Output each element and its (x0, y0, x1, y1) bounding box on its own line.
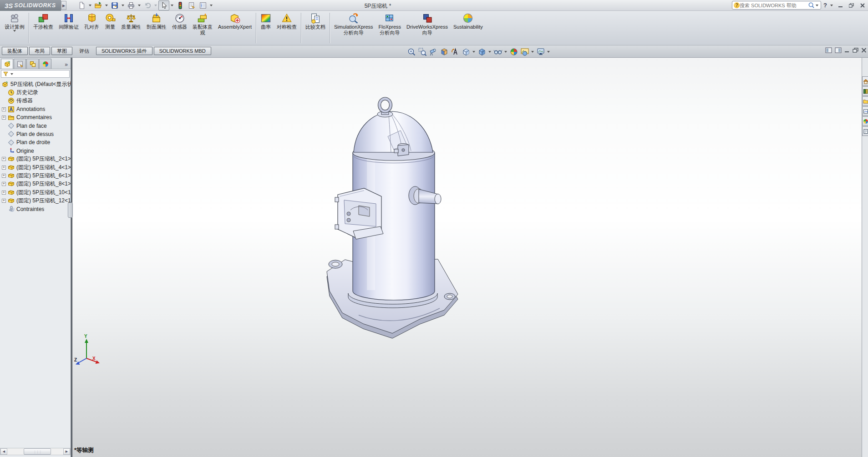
search-box[interactable]: ? (732, 1, 821, 10)
panel-splitter-grip[interactable] (68, 202, 73, 218)
tab-evaluate[interactable]: 评估 (74, 47, 95, 55)
help-button[interactable]: ? (823, 2, 827, 9)
view-settings-dropdown-icon[interactable] (547, 51, 550, 53)
scrollbar-thumb[interactable] (24, 448, 51, 455)
tree-item-component[interactable]: (固定) 5P压缩机_12<1> (D (0, 196, 71, 205)
graphics-viewport[interactable]: Y X Z *等轴测 (72, 58, 862, 457)
ribbon-interference-detection[interactable]: 干涉检查 (30, 12, 56, 30)
hide-show-items-button[interactable] (492, 47, 503, 57)
expand-icon[interactable] (2, 107, 6, 111)
close-document-icon[interactable] (861, 48, 867, 53)
expand-icon[interactable] (2, 199, 6, 203)
view-orientation-dropdown-icon[interactable] (472, 51, 475, 53)
ribbon-section-properties[interactable]: 剖面属性 (144, 12, 169, 30)
display-style-dropdown-icon[interactable] (488, 51, 491, 53)
search-icon[interactable] (808, 2, 815, 9)
close-button[interactable] (858, 1, 867, 9)
scroll-right-arrow-icon[interactable]: ▶ (63, 448, 70, 455)
expand-icon[interactable] (2, 182, 6, 186)
expand-icon[interactable] (2, 116, 6, 120)
zoom-to-fit-button[interactable] (406, 47, 416, 57)
tree-item-history[interactable]: 历史记录 (0, 88, 71, 96)
tab-assembly[interactable]: 装配体 (2, 47, 28, 55)
scrollbar-track[interactable] (7, 448, 63, 455)
ribbon-measure[interactable]: 测量 (102, 12, 118, 30)
design-library-button[interactable] (862, 86, 868, 96)
expand-icon[interactable] (2, 191, 6, 195)
tree-item-sensors[interactable]: 传感器 (0, 97, 71, 105)
solidworks-resources-button[interactable] (862, 76, 868, 86)
tree-item-annotations[interactable]: Annotations (0, 105, 71, 113)
search-dropdown-icon[interactable] (816, 5, 818, 6)
collapse-pane-right-icon[interactable] (835, 47, 842, 53)
dynamic-annotation-views-button[interactable] (450, 47, 460, 57)
ribbon-mass-properties[interactable]: 质量属性 (118, 12, 144, 30)
ribbon-sensors[interactable]: 传感器 (169, 12, 190, 30)
tree-item-plane-right[interactable]: Plan de droite (0, 138, 71, 146)
featuremanager-tab[interactable] (1, 59, 13, 69)
minimize-document-icon[interactable] (844, 48, 850, 53)
display-style-button[interactable] (477, 47, 487, 57)
tree-item-mates[interactable]: Contraintes (0, 205, 71, 213)
previous-view-button[interactable] (428, 47, 438, 57)
tree-item-comments[interactable]: Commentaires (0, 113, 71, 121)
tree-item-component[interactable]: (固定) 5P压缩机_6<1> (Dé (0, 171, 71, 180)
appearances-scenes-button[interactable] (862, 116, 868, 126)
propertymanager-tab[interactable] (14, 59, 26, 69)
scroll-left-arrow-icon[interactable]: ◀ (0, 448, 7, 455)
ribbon-clearance-verification[interactable]: 间隙验证 (56, 12, 81, 30)
expand-icon[interactable] (2, 157, 6, 161)
restore-document-icon[interactable] (853, 48, 858, 53)
tree-filter[interactable] (1, 70, 70, 78)
ribbon-design-study[interactable]: 设计算例 (2, 12, 27, 32)
tree-item-root[interactable]: 5P压缩机 (Défaut<显示状态- (0, 80, 71, 88)
collapse-pane-left-icon[interactable] (825, 47, 832, 53)
search-input[interactable] (740, 3, 808, 8)
tree-item-component[interactable]: (固定) 5P压缩机_2<1> (Dé (0, 155, 71, 163)
ribbon-floxpress[interactable]: FloXpress 分析向导 (376, 12, 404, 36)
panel-overflow-chevron[interactable]: » (65, 61, 70, 69)
ribbon-simulationxpress[interactable]: SimulationXpress 分析向导 (331, 12, 376, 36)
ribbon-curvature[interactable]: 曲率 (258, 12, 274, 30)
folder-icon (8, 114, 15, 121)
view-settings-button[interactable] (535, 47, 546, 57)
tree-item-plane-top[interactable]: Plan de dessus (0, 130, 71, 138)
apply-scene-button[interactable] (519, 47, 530, 57)
ribbon-assemblyxpert[interactable]: AssemblyXpert (215, 12, 254, 30)
compressor-model[interactable] (319, 95, 492, 350)
ribbon-symmetry-check[interactable]: 对称检查 (274, 12, 299, 30)
view-orientation-button[interactable] (461, 47, 471, 57)
expand-icon[interactable] (2, 174, 6, 178)
ribbon-sustainability[interactable]: Sustainability (451, 12, 486, 30)
tree-item-origin[interactable]: Origine (0, 146, 71, 155)
tab-solidworks-mbd[interactable]: SOLIDWORKS MBD (154, 47, 211, 55)
minimize-button[interactable] (836, 1, 845, 9)
tab-solidworks-addins[interactable]: SOLIDWORKS 插件 (96, 47, 152, 55)
ribbon-hole-alignment[interactable]: 孔对齐 (81, 12, 102, 30)
tree-item-component[interactable]: (固定) 5P压缩机_4<1> (Dé (0, 163, 71, 171)
custom-properties-button[interactable] (862, 126, 868, 136)
apply-scene-dropdown-icon[interactable] (531, 51, 534, 53)
ribbon-assembly-visualization[interactable]: 装配体直观 (190, 12, 215, 36)
tree-item-component[interactable]: (固定) 5P压缩机_8<1> (Dé (0, 180, 71, 188)
file-explorer-button[interactable] (862, 96, 868, 106)
tab-layout[interactable]: 布局 (29, 47, 50, 55)
configurationmanager-tab[interactable] (26, 59, 39, 69)
tree-item-plane-front[interactable]: Plan de face (0, 121, 71, 130)
view-palette-button[interactable] (862, 106, 868, 116)
restore-button[interactable] (847, 1, 856, 9)
hide-show-items-dropdown-icon[interactable] (504, 51, 507, 53)
zoom-to-area-button[interactable] (417, 47, 427, 57)
ribbon-compare-documents[interactable]: 比较文档 (303, 12, 328, 30)
edit-appearance-button[interactable] (508, 47, 519, 57)
tree-horizontal-scrollbar[interactable]: ◀ ▶ (0, 448, 71, 455)
ribbon-driveworksxpress[interactable]: DriveWorksXpress 向导 (404, 12, 451, 36)
displaymanager-tab[interactable] (39, 59, 51, 69)
expand-icon[interactable] (2, 166, 6, 170)
filter-dropdown-icon[interactable] (10, 73, 13, 75)
tab-sketch[interactable]: 草图 (51, 47, 72, 55)
design-study-dropdown-icon[interactable] (13, 30, 16, 32)
tree-item-component[interactable]: (固定) 5P压缩机_10<1> (D (0, 188, 71, 196)
help-dropdown-icon[interactable] (830, 5, 833, 6)
section-view-button[interactable] (439, 47, 449, 57)
